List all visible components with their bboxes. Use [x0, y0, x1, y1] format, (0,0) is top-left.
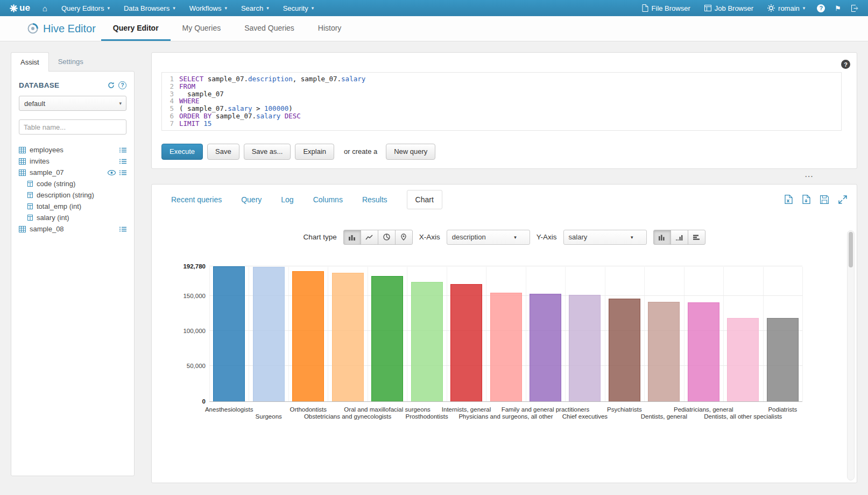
chart-bar-surgeons[interactable]: [253, 267, 285, 401]
chart-bar-obstetricians-and-gynecologists[interactable]: [332, 273, 364, 401]
refresh-icon[interactable]: [108, 82, 115, 89]
resize-handle[interactable]: ⋯: [151, 169, 857, 184]
table-row-sample-07[interactable]: sample_07: [19, 167, 126, 178]
column-name: code (string): [37, 180, 75, 188]
fullscreen-icon[interactable]: [838, 195, 847, 204]
preview-eye-icon[interactable]: [108, 170, 116, 175]
chart-bar-family-and-general-practitioners[interactable]: [530, 294, 561, 401]
save-results-icon[interactable]: [820, 195, 829, 204]
chart-type-bars-button[interactable]: [343, 230, 361, 245]
chart-bar-psychiatrists[interactable]: [609, 299, 640, 401]
chart-type-map-button[interactable]: [395, 230, 413, 245]
execute-button[interactable]: Execute: [161, 144, 203, 160]
navbar-menu-workflows[interactable]: Workflows▾: [182, 0, 234, 16]
table-row-sample-08[interactable]: sample_08: [19, 223, 126, 235]
navbar-menu-label: Search: [241, 4, 263, 12]
results-actions: [785, 195, 847, 204]
save-as-button[interactable]: Save as...: [244, 144, 291, 160]
chart-bar-orthodontists[interactable]: [292, 271, 324, 401]
user-menu[interactable]: romain ▾: [760, 0, 812, 16]
bar-layout-group: [653, 230, 705, 245]
explain-button[interactable]: Explain: [295, 144, 334, 160]
x-axis-select[interactable]: description ▾: [447, 230, 530, 245]
chart-bar-chief-executives[interactable]: [569, 295, 601, 401]
column-row-description[interactable]: description (string): [19, 189, 126, 201]
table-menu-icon[interactable]: [119, 147, 126, 153]
results-scrollbar[interactable]: [847, 230, 855, 480]
chart-bar-oral-and-maxillofacial-surgeons[interactable]: [371, 276, 403, 401]
column-row-total-emp[interactable]: total_emp (int): [19, 201, 126, 212]
bars-grouped-button[interactable]: [653, 230, 671, 245]
table-menu-icon[interactable]: [119, 170, 126, 175]
table-name: sample_07: [30, 168, 64, 176]
chart-bar-physicians-and-surgeons-all-other[interactable]: [490, 293, 522, 401]
or-create-label: or create a: [344, 147, 377, 155]
chart-bar-dentists-general[interactable]: [648, 302, 680, 401]
chart-bar-internists-general[interactable]: [450, 284, 482, 401]
navbar-menu-query-editors[interactable]: Query Editors▾: [54, 0, 117, 16]
hive-editor-brand[interactable]: Hive Editor: [27, 16, 96, 41]
logout-button[interactable]: [846, 0, 864, 16]
vertical-gridline: [486, 267, 486, 401]
download-xls-icon[interactable]: [785, 195, 793, 204]
chart-bar-anesthesiologists[interactable]: [213, 266, 245, 401]
hue-logo[interactable]: ue: [4, 3, 36, 13]
database-help-icon[interactable]: ?: [118, 81, 126, 89]
results-tabs: Recent queriesQueryLogColumnsResultsChar…: [171, 190, 785, 209]
editor-help-icon[interactable]: ?: [841, 60, 850, 69]
chart-plot-area: [209, 267, 802, 402]
results-tab-chart[interactable]: Chart: [407, 190, 442, 209]
results-tab-results[interactable]: Results: [362, 190, 387, 209]
home-button[interactable]: ⌂: [36, 0, 54, 16]
gear-icon: [767, 4, 775, 12]
navbar-menu-search[interactable]: Search▾: [234, 0, 276, 16]
line-number: 2: [162, 83, 174, 90]
save-button[interactable]: Save: [207, 144, 239, 160]
chevron-down-icon: ▾: [514, 235, 517, 240]
bars-sorted-button[interactable]: [671, 230, 688, 245]
table-row-employees[interactable]: employees: [19, 144, 126, 155]
job-browser-link[interactable]: Job Browser: [697, 0, 760, 16]
tab-assist[interactable]: Assist: [11, 52, 49, 72]
sql-editor[interactable]: 1234567 SELECT sample_07.description, sa…: [161, 72, 842, 131]
x-axis-label: Dentists, general: [641, 413, 687, 420]
navbar-menu-data-browsers[interactable]: Data Browsers▾: [117, 0, 182, 16]
tab-my-queries[interactable]: My Queries: [171, 16, 233, 41]
chart-type-pie-button[interactable]: [378, 230, 396, 245]
results-tab-log[interactable]: Log: [281, 190, 293, 209]
new-query-button[interactable]: New query: [386, 144, 435, 160]
results-tab-recent-queries[interactable]: Recent queries: [171, 190, 222, 209]
scrollbar-thumb[interactable]: [849, 232, 853, 267]
file-browser-link[interactable]: File Browser: [635, 0, 697, 16]
table-icon: [19, 147, 26, 153]
database-select[interactable]: default ▾: [19, 96, 126, 111]
chart-type-line-button[interactable]: [361, 230, 378, 245]
tab-saved-queries[interactable]: Saved Queries: [232, 16, 306, 41]
results-tab-query[interactable]: Query: [241, 190, 262, 209]
feedback-flag-button[interactable]: ⚑: [830, 0, 846, 16]
chevron-down-icon: ▾: [173, 5, 175, 11]
y-axis-select[interactable]: salary ▾: [563, 230, 647, 245]
column-row-salary[interactable]: salary (int): [19, 212, 126, 223]
bar-chart-icon: [348, 234, 356, 241]
table-menu-icon[interactable]: [119, 227, 126, 232]
main-column: ? 1234567 SELECT sample_07.description, …: [151, 52, 857, 483]
tab-history[interactable]: History: [306, 16, 354, 41]
tab-settings[interactable]: Settings: [49, 52, 93, 71]
chart-bar-prosthodontists[interactable]: [411, 282, 443, 401]
chart-bar-dentists-all-other-specialists[interactable]: [727, 318, 759, 401]
column-icon: [27, 203, 33, 209]
table-filter-input[interactable]: [19, 119, 126, 135]
tab-query-editor[interactable]: Query Editor: [101, 16, 171, 41]
code-line: ( sample_07.salary > 100000): [179, 105, 841, 112]
results-tab-columns[interactable]: Columns: [313, 190, 343, 209]
navbar-menu-security[interactable]: Security▾: [276, 0, 321, 16]
chart-bar-pediatricians-general[interactable]: [688, 302, 719, 401]
bars-horizontal-button[interactable]: [688, 230, 705, 245]
table-row-invites[interactable]: invites: [19, 155, 126, 167]
chart-bar-podiatrists[interactable]: [767, 318, 799, 401]
column-row-code[interactable]: code (string): [19, 178, 126, 189]
help-button[interactable]: ?: [812, 0, 830, 16]
table-menu-icon[interactable]: [119, 159, 126, 164]
download-csv-icon[interactable]: [802, 195, 810, 204]
